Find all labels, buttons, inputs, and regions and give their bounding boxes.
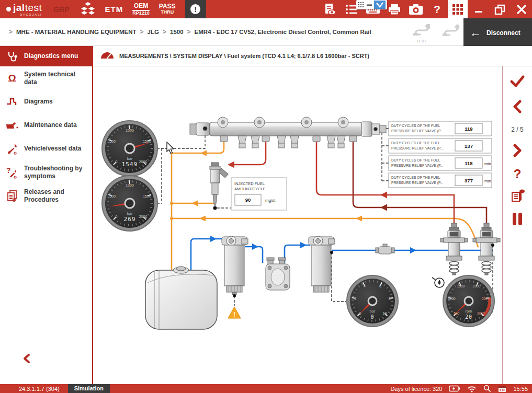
svg-text:DUTY CYCLES OF THE FUEL: DUTY CYCLES OF THE FUEL (391, 141, 440, 145)
disconnect-button[interactable]: ← Disconnect (463, 18, 532, 47)
oil-can-icon (432, 278, 444, 287)
svg-text:mg/st: mg/st (265, 198, 276, 203)
sidebar-item-vehicle-vessel-data[interactable]: Vehicle/vessel data (0, 137, 92, 160)
measure-box-3[interactable]: DUTY CYCLES OF THE FUEL PRESSURE RELIEF … (389, 156, 492, 170)
svg-text:119: 119 (465, 126, 472, 132)
fuel-pressure-gauge[interactable]: 0 500 1000 1500 2000 bar 269 (102, 176, 157, 231)
minimize-icon (473, 4, 484, 15)
sidebar-item-diagrams[interactable]: Diagrams (0, 90, 92, 113)
logo-light: test (25, 2, 42, 13)
clock-label: 15:55 (513, 386, 528, 392)
breadcrumb-separator: > (187, 28, 191, 36)
disconnect-label: Disconnect (486, 29, 520, 37)
breadcrumb-model[interactable]: 1500 (170, 29, 184, 35)
confirm-button[interactable] (510, 75, 525, 88)
wrench-icon (0, 143, 24, 155)
svg-text:PRESSURE RELIEF VALVE (P...: PRESSURE RELIEF VALVE (P... (391, 181, 443, 185)
sidebar-item-maintenance-data[interactable]: Maintenance data (0, 113, 92, 137)
next-page-button[interactable] (512, 144, 523, 157)
connection-status-icons: TEST (411, 24, 461, 43)
question-wrench-icon: ? (0, 166, 24, 179)
chevron-right-icon (512, 144, 523, 157)
breadcrumb-vehicle-type[interactable]: MHE - MATERIAL HANDLING EQUIPMENT (16, 29, 137, 35)
svg-text:90: 90 (245, 197, 251, 203)
minimize-button[interactable] (468, 0, 489, 18)
sidebar-item-system-technical-data[interactable]: Ω System technical data (0, 66, 92, 90)
document-stack-icon (0, 190, 24, 202)
low-pressure-gauge[interactable]: 0 2 4 6 8 10 bar 0 (347, 275, 398, 327)
oem-rp1210-button[interactable]: OEM RP1210 (132, 3, 150, 16)
help-button[interactable]: ? (514, 167, 522, 181)
page-title: MEASUREMENTS \ SYSTEM DISPLAY \ Fuel sys… (119, 53, 369, 59)
diagram-area: INJECTED FUEL AMOUNT/CYCLE 90 mg/st DUTY… (93, 66, 502, 384)
rail-pressure-gauge[interactable]: 0 500 1000 1500 2000 bar 1549 (102, 121, 157, 176)
sidebar-item-troubleshooting[interactable]: ? Troubleshooting by symptoms (0, 160, 92, 184)
engine-speed-gauge[interactable]: 500 1000 1500 2000 2500 3000 rpm 20 (443, 275, 494, 327)
battery-icon[interactable] (449, 385, 460, 392)
svg-text:bar: bar (127, 211, 133, 216)
stethoscope-icon (0, 51, 24, 62)
help-button[interactable]: ? (426, 0, 448, 18)
topbar-icon-group: ? (319, 0, 532, 18)
sidebar-item-releases-procedures[interactable]: Releases and Procedures (0, 184, 92, 207)
licence-label: Days of licence: 320 (390, 386, 442, 392)
screenshot-button[interactable] (405, 0, 426, 18)
restore-window-button[interactable] (489, 0, 511, 18)
fuel-main-filter (309, 236, 335, 292)
minus-icon (367, 2, 372, 8)
measure-box-2[interactable]: DUTY CYCLES OF THE FUEL PRESSURE RELIEF … (389, 138, 492, 153)
oil-can-icon (0, 121, 24, 130)
svg-text:AMOUNT/CYCLE: AMOUNT/CYCLE (234, 187, 266, 191)
svg-text:500: 500 (454, 311, 459, 315)
breadcrumb-system[interactable]: EMR4 - EDC 17 CV52, Electronic Diesel Co… (195, 29, 371, 35)
floating-mini-toolbar[interactable] (356, 0, 387, 9)
sidebar-item-label: Maintenance data (24, 121, 80, 129)
water-warning-icon: ! (228, 307, 241, 318)
logo-dot-icon (6, 7, 11, 11)
grp-button[interactable]: GRP (53, 5, 69, 14)
modules-cubes-icon[interactable] (80, 2, 96, 17)
previous-page-button[interactable] (512, 100, 523, 113)
measure-box-1[interactable]: DUTY CYCLES OF THE FUEL PRESSURE RELIEF … (389, 121, 492, 136)
svg-text:8: 8 (389, 297, 391, 300)
svg-text:bar: bar (370, 309, 376, 314)
fuel-pump (266, 258, 290, 290)
svg-text:1000: 1000 (126, 183, 134, 187)
back-arrow-icon: ← (470, 27, 481, 39)
breadcrumb-separator: > (163, 28, 166, 36)
svg-text:269: 269 (124, 216, 136, 223)
svg-text:0: 0 (370, 314, 374, 320)
pass-thru-button[interactable]: PASS THRU (159, 3, 176, 15)
releases-info-button[interactable] (510, 189, 525, 204)
sidebar-item-diagnostics-menu[interactable]: Diagnostics menu (0, 46, 92, 66)
close-button[interactable] (511, 0, 532, 18)
confirm-check-button[interactable] (374, 1, 386, 9)
svg-text:1000: 1000 (448, 297, 456, 300)
restore-icon (494, 4, 506, 15)
svg-text:DUTY CYCLES OF THE FUEL: DUTY CYCLES OF THE FUEL (391, 176, 440, 179)
pause-button[interactable] (511, 212, 524, 226)
cable-test-icon (411, 24, 432, 37)
svg-text:?: ? (6, 166, 11, 175)
svg-text:20: 20 (465, 314, 472, 320)
pause-icon (511, 212, 524, 226)
question-icon: ? (434, 3, 440, 16)
etm-button[interactable]: ETM (105, 5, 123, 14)
logo-bold: jal (13, 2, 25, 13)
report-preview-button[interactable] (319, 0, 341, 18)
jaltest-logo[interactable]: jaltest BYCOJALI (6, 3, 42, 16)
check-icon (510, 75, 525, 88)
omega-icon: Ω (8, 73, 16, 83)
injected-fuel-box[interactable]: INJECTED FUEL AMOUNT/CYCLE 90 mg/st (231, 178, 287, 210)
breadcrumb-make[interactable]: JLG (148, 29, 159, 35)
measure-box-4[interactable]: DUTY CYCLES OF THE FUEL PRESSURE RELIEF … (389, 173, 492, 188)
warning-button[interactable]: ! (185, 0, 206, 18)
chevron-left-icon (22, 353, 31, 364)
apps-grid-button[interactable] (448, 0, 468, 18)
calendar-icon[interactable] (498, 385, 506, 392)
wifi-icon[interactable] (467, 385, 477, 392)
svg-text:377: 377 (465, 178, 473, 183)
collapse-sidebar-chevron[interactable] (22, 353, 31, 366)
zoom-search-icon[interactable] (483, 385, 491, 392)
grid-icon (452, 4, 463, 15)
